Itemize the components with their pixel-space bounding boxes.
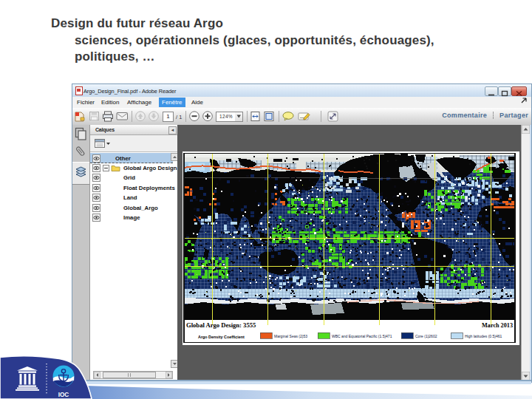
- svg-text:March 2013: March 2013: [482, 322, 513, 329]
- svg-text:IOC: IOC: [58, 392, 69, 398]
- svg-text:High latitudes (0.5)461: High latitudes (0.5)461: [465, 334, 502, 338]
- svg-text:Core (1)2602: Core (1)2602: [415, 334, 437, 338]
- svg-text:WBC and Equatorial Pacific (1.: WBC and Equatorial Pacific (1.5)471: [332, 334, 392, 338]
- svg-text:Argo Density Coefficient: Argo Density Coefficient: [198, 335, 245, 339]
- svg-text:Marginal Seas (2)53: Marginal Seas (2)53: [274, 334, 307, 338]
- svg-text:Global Argo Design: 3555: Global Argo Design: 3555: [186, 321, 256, 329]
